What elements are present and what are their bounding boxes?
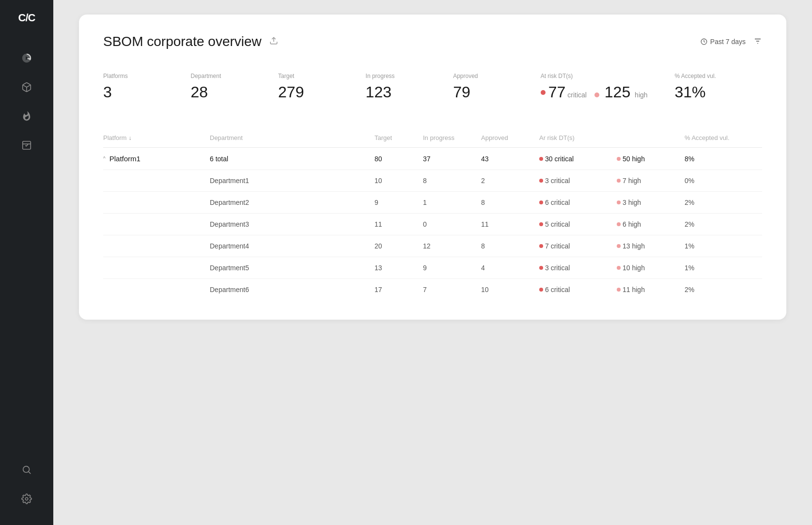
stat-platforms-value: 3 [103, 83, 181, 101]
dept1-accepted: 0% [685, 177, 762, 185]
stat-department: Department 28 [191, 73, 279, 101]
platform1-accepted: 8% [685, 155, 762, 163]
dept1-name: Department1 [210, 177, 375, 185]
main-content: SBOM corporate overview Past 7 days Plat… [53, 0, 812, 525]
logo: C/C [18, 12, 35, 24]
d6-critical-dot [539, 288, 543, 292]
dept1-critical: 3 critical [539, 177, 617, 185]
dept4-critical: 7 critical [539, 242, 617, 250]
high-dot [594, 93, 599, 97]
col-department: Department [210, 134, 375, 141]
col-accepted: % Accepted vul. [685, 134, 762, 141]
platform1-critical: 30 critical [539, 155, 574, 163]
platform1-risk: 30 critical [539, 155, 617, 163]
dept4-approved: 8 [481, 242, 539, 250]
stats-row: Platforms 3 Department 28 Target 279 In … [103, 73, 762, 111]
table-section: Platform ↓ Department Target In progress… [103, 130, 762, 300]
d1-critical-val: 3 critical [545, 177, 570, 185]
dept6-high: 11 high [617, 286, 685, 293]
svg-point-5 [25, 497, 28, 500]
stat-atrisk-label: At risk DT(s) [541, 73, 665, 79]
time-filter-label: Past 7 days [710, 38, 746, 46]
dept4-name: Department4 [210, 242, 375, 250]
sidebar-item-settings[interactable] [16, 488, 37, 510]
col-target: Target [375, 134, 423, 141]
d3-high-dot [617, 222, 621, 226]
stat-atrisk: At risk DT(s) 77 critical 125 high [541, 73, 675, 101]
d5-high-dot [617, 266, 621, 270]
high-number: 125 [605, 83, 630, 101]
stat-department-label: Department [191, 73, 269, 79]
d1-high-val: 7 high [623, 177, 641, 185]
critical-dot [541, 90, 546, 95]
d2-high-val: 3 high [623, 199, 641, 206]
p1-critical-val: 30 critical [545, 155, 574, 163]
dept4-inprogress: 12 [423, 242, 481, 250]
sidebar: C/C [0, 0, 53, 525]
stat-atrisk-value: 77 critical 125 high [541, 83, 665, 101]
d3-critical-dot [539, 222, 543, 226]
table-row-dept3: Department3 11 0 11 5 critical 6 high 2% [103, 214, 762, 235]
critical-number: 77 [548, 83, 566, 101]
dept5-target: 13 [375, 264, 423, 272]
sidebar-item-flame[interactable] [16, 106, 37, 127]
p1-critical-dot [539, 157, 543, 161]
svg-line-4 [29, 472, 31, 474]
filter-icon[interactable] [753, 37, 762, 47]
dept2-approved: 8 [481, 199, 539, 206]
p1-high-dot [617, 157, 621, 161]
dept5-high: 10 high [617, 264, 685, 272]
col-platform[interactable]: Platform ↓ [103, 134, 210, 141]
d3-critical-val: 5 critical [545, 220, 570, 228]
sidebar-item-search[interactable] [16, 459, 37, 480]
export-icon[interactable] [269, 36, 278, 47]
dept3-approved: 11 [481, 220, 539, 228]
dept6-critical: 6 critical [539, 286, 617, 293]
stat-department-value: 28 [191, 83, 269, 101]
d1-critical-dot [539, 179, 543, 183]
dept3-critical: 5 critical [539, 220, 617, 228]
dashboard-card: SBOM corporate overview Past 7 days Plat… [79, 15, 786, 320]
d4-high-val: 13 high [623, 242, 645, 250]
platform1-name: ^ Platform1 [103, 154, 210, 163]
platform1-inprogress: 37 [423, 155, 481, 163]
d6-high-dot [617, 288, 621, 292]
stat-inprogress-value: 123 [366, 83, 444, 101]
sidebar-item-box[interactable] [16, 77, 37, 98]
svg-point-3 [23, 466, 30, 473]
table-row-platform1[interactable]: ^ Platform1 6 total 80 37 43 30 critical [103, 148, 762, 170]
d4-critical-dot [539, 244, 543, 248]
table-row-dept2: Department2 9 1 8 6 critical 3 high 2% [103, 192, 762, 214]
dept6-accepted: 2% [685, 286, 762, 293]
high-suffix: high [635, 91, 647, 99]
header-controls: Past 7 days [701, 37, 762, 47]
dept4-high: 13 high [617, 242, 685, 250]
dept4-target: 20 [375, 242, 423, 250]
col-platform-label: Platform [103, 134, 126, 141]
d5-critical-val: 3 critical [545, 264, 570, 272]
d4-high-dot [617, 244, 621, 248]
stat-accepted-label: % Accepted vul. [675, 73, 753, 79]
dept2-accepted: 2% [685, 199, 762, 206]
stat-accepted: % Accepted vul. 31% [675, 73, 763, 101]
dept1-approved: 2 [481, 177, 539, 185]
sidebar-item-checklist[interactable] [16, 135, 37, 156]
d5-high-val: 10 high [623, 264, 645, 272]
dept6-approved: 10 [481, 286, 539, 293]
dept2-critical: 6 critical [539, 199, 617, 206]
stat-accepted-value: 31% [675, 83, 753, 101]
stat-target: Target 279 [278, 73, 366, 101]
dept2-inprogress: 1 [423, 199, 481, 206]
stat-inprogress: In progress 123 [366, 73, 453, 101]
expand-icon[interactable]: ^ [103, 156, 106, 161]
dept5-accepted: 1% [685, 264, 762, 272]
p1-high-val: 50 high [623, 155, 645, 163]
dept1-target: 10 [375, 177, 423, 185]
d2-high-dot [617, 201, 621, 204]
dept2-name: Department2 [210, 199, 375, 206]
dept5-name: Department5 [210, 264, 375, 272]
d6-critical-val: 6 critical [545, 286, 570, 293]
sidebar-item-chart[interactable] [16, 47, 37, 69]
time-filter[interactable]: Past 7 days [701, 38, 746, 46]
table-row-dept1: Department1 10 8 2 3 critical 7 high 0% [103, 170, 762, 192]
